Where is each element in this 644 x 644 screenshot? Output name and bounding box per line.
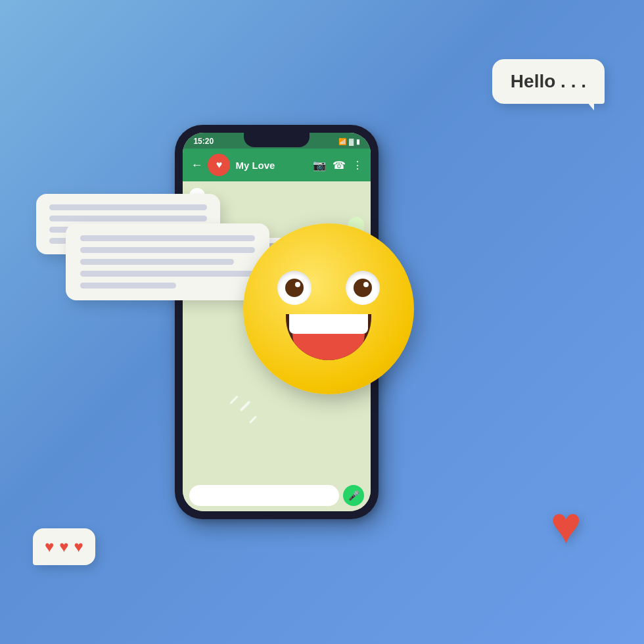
big-heart: ♥	[551, 499, 582, 552]
send-button[interactable]: 🎤	[343, 485, 364, 506]
hello-bubble: Hello . . .	[492, 59, 605, 104]
signal-icon: ▓	[349, 138, 354, 145]
left-eye	[277, 271, 311, 305]
text-line	[80, 259, 234, 265]
heart-2: ♥	[59, 538, 68, 556]
heart-avatar-icon: ♥	[216, 159, 223, 171]
right-eye	[346, 271, 380, 305]
right-pupil	[354, 279, 372, 297]
text-bubble-center	[66, 223, 269, 300]
heart-1: ♥	[45, 538, 54, 556]
emoji-face	[243, 223, 414, 394]
background: Hello . . . 15:20 📶 ▓ ▮	[0, 0, 644, 644]
wifi-icon: 📶	[338, 138, 346, 145]
chat-input-bar: 🎤	[183, 480, 371, 511]
video-call-icon[interactable]: 📷	[313, 159, 326, 172]
big-heart-symbol: ♥	[551, 496, 582, 555]
more-options-icon[interactable]: ⋮	[352, 159, 363, 172]
heart-3: ♥	[74, 538, 83, 556]
back-button[interactable]: ←	[191, 158, 202, 172]
shine-3	[230, 396, 239, 404]
text-line	[80, 271, 255, 277]
emoji-circle	[243, 223, 414, 394]
text-line	[80, 235, 255, 241]
left-pupil	[285, 279, 304, 297]
mouth	[286, 314, 371, 360]
battery-icon: ▮	[356, 138, 360, 145]
phone-notch	[244, 133, 310, 147]
status-icons: 📶 ▓ ▮	[338, 138, 360, 145]
message-input[interactable]	[189, 485, 339, 506]
hello-text: Hello . . .	[511, 71, 586, 91]
contact-name: My Love	[235, 160, 308, 171]
contact-avatar: ♥	[208, 154, 230, 176]
header-icons: 📷 ☎ ⋮	[313, 159, 363, 172]
hearts-bubble: ♥ ♥ ♥	[33, 528, 95, 565]
text-line-2	[49, 216, 207, 221]
teeth	[289, 314, 368, 334]
shine-1	[240, 401, 251, 412]
phone-call-icon[interactable]: ☎	[333, 159, 346, 172]
shine-2	[249, 415, 257, 423]
status-time: 15:20	[193, 137, 214, 146]
text-line-1	[49, 204, 207, 210]
text-line	[80, 247, 255, 253]
chat-header: ← ♥ My Love 📷 ☎ ⋮	[183, 149, 371, 181]
text-line	[80, 283, 176, 288]
